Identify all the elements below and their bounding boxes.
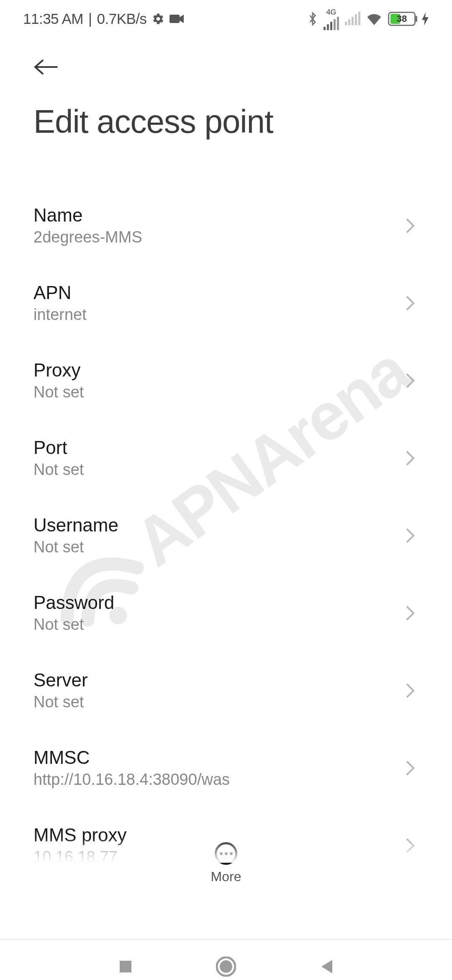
item-value: internet [33, 306, 393, 324]
item-label: Proxy [33, 360, 393, 381]
page-title: Edit access point [33, 103, 419, 141]
triangle-left-icon [319, 958, 334, 975]
item-value: Not set [33, 693, 393, 711]
status-time: 11:35 AM [23, 10, 83, 27]
signal-bars-2 [345, 13, 360, 25]
list-item-apn[interactable]: APN internet [0, 264, 452, 342]
chevron-right-icon [402, 682, 419, 699]
status-left: 11:35 AM | 0.7KB/s [23, 10, 184, 27]
wifi-status-icon [366, 13, 382, 25]
signal-bars-1 [324, 18, 339, 30]
svg-point-5 [220, 960, 232, 973]
arrow-left-icon [33, 59, 59, 75]
item-label: Password [33, 592, 393, 613]
circle-icon [216, 957, 236, 977]
signal-1-group: 4G [324, 8, 339, 30]
item-label: APN [33, 282, 393, 303]
nav-recent-button[interactable] [113, 954, 138, 979]
square-icon [118, 959, 133, 974]
status-right: 4G 38 [308, 8, 429, 30]
battery-pct: 38 [397, 13, 407, 24]
more-dots-icon [215, 842, 237, 865]
more-button[interactable]: More [0, 830, 452, 885]
chevron-right-icon [402, 295, 419, 312]
item-value: http://10.16.18.4:38090/was [33, 771, 393, 789]
settings-list: Name 2degrees-MMS APN internet Proxy Not… [0, 187, 452, 884]
list-item-username[interactable]: Username Not set [0, 497, 452, 574]
chevron-right-icon [402, 760, 419, 776]
list-item-port[interactable]: Port Not set [0, 419, 452, 497]
item-label: Server [33, 670, 393, 691]
chevron-right-icon [402, 527, 419, 544]
status-data-rate: 0.7KB/s [97, 10, 146, 27]
status-pipe: | [88, 10, 92, 27]
list-item-server[interactable]: Server Not set [0, 652, 452, 729]
item-value: Not set [33, 461, 393, 479]
item-value: Not set [33, 616, 393, 634]
svg-rect-1 [170, 15, 180, 23]
back-button[interactable] [33, 54, 59, 80]
chevron-right-icon [402, 217, 419, 234]
signal-4g-label: 4G [326, 8, 336, 17]
item-label: Name [33, 205, 393, 226]
more-label: More [211, 869, 241, 885]
item-value: 2degrees-MMS [33, 228, 393, 246]
list-item-mmsc[interactable]: MMSC http://10.16.18.4:38090/was [0, 729, 452, 807]
chevron-right-icon [402, 372, 419, 389]
charging-icon [421, 12, 429, 26]
gear-icon [152, 13, 164, 25]
list-item-name[interactable]: Name 2degrees-MMS [0, 187, 452, 264]
camera-icon [170, 14, 184, 24]
svg-rect-3 [120, 961, 131, 972]
item-label: Username [33, 515, 393, 536]
chevron-right-icon [402, 450, 419, 467]
nav-back-button[interactable] [314, 954, 339, 979]
item-label: Port [33, 437, 393, 458]
list-item-proxy[interactable]: Proxy Not set [0, 342, 452, 419]
list-item-password[interactable]: Password Not set [0, 574, 452, 652]
chevron-right-icon [402, 605, 419, 622]
item-value: Not set [33, 383, 393, 401]
nav-bar [0, 939, 452, 980]
status-bar: 11:35 AM | 0.7KB/s 4G 38 [0, 0, 452, 38]
bluetooth-icon [308, 11, 318, 26]
item-label: MMSC [33, 747, 393, 768]
item-value: Not set [33, 538, 393, 556]
nav-home-button[interactable] [213, 954, 239, 979]
header: Edit access point [0, 38, 452, 141]
battery-icon: 38 [388, 12, 416, 26]
